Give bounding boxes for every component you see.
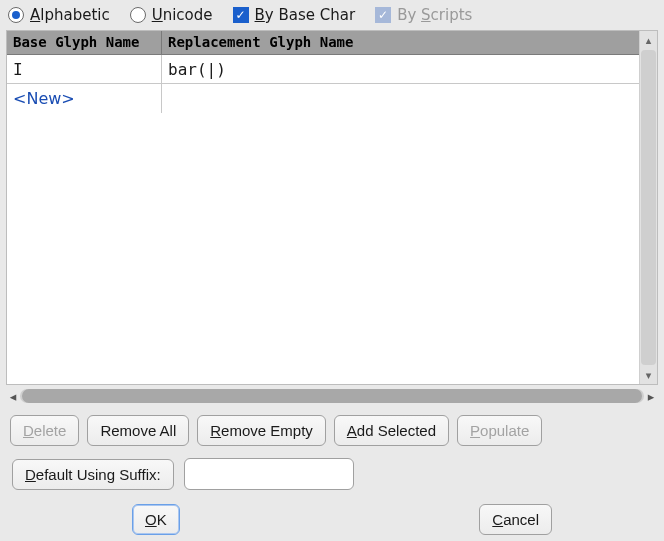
suffix-input[interactable] bbox=[184, 458, 354, 490]
actions-toolbar: Delete Remove All Remove Empty Add Selec… bbox=[0, 405, 664, 446]
cell-base-glyph[interactable]: I bbox=[7, 55, 162, 83]
table-row-new[interactable]: <New> bbox=[7, 84, 639, 113]
scroll-down-icon[interactable]: ▾ bbox=[640, 366, 657, 384]
scroll-thumb[interactable] bbox=[22, 389, 642, 403]
add-selected-button[interactable]: Add Selected bbox=[334, 415, 449, 446]
header-replacement-glyph[interactable]: Replacement Glyph Name bbox=[162, 31, 639, 54]
radio-icon bbox=[130, 7, 146, 23]
header-base-glyph[interactable]: Base Glyph Name bbox=[7, 31, 162, 54]
checkbox-by-scripts-label: By Scripts bbox=[397, 6, 472, 24]
radio-unicode-label: Unicode bbox=[152, 6, 213, 24]
remove-empty-button[interactable]: Remove Empty bbox=[197, 415, 326, 446]
radio-alphabetic-label: Alphabetic bbox=[30, 6, 110, 24]
vertical-scrollbar[interactable]: ▴ ▾ bbox=[639, 31, 657, 384]
checkbox-icon: ✓ bbox=[233, 7, 249, 23]
scroll-up-icon[interactable]: ▴ bbox=[640, 31, 657, 49]
cell-replacement-glyph[interactable]: bar(|) bbox=[162, 55, 639, 83]
horizontal-scrollbar[interactable]: ◂ ▸ bbox=[6, 387, 658, 405]
table-rows: I bar(|) <New> bbox=[7, 55, 639, 384]
remove-all-button[interactable]: Remove All bbox=[87, 415, 189, 446]
scroll-right-icon[interactable]: ▸ bbox=[644, 389, 658, 404]
cancel-button[interactable]: Cancel bbox=[479, 504, 552, 535]
scroll-left-icon[interactable]: ◂ bbox=[6, 389, 20, 404]
scroll-track[interactable] bbox=[20, 389, 644, 403]
dialog-buttons: OK Cancel bbox=[0, 490, 664, 535]
delete-button: Delete bbox=[10, 415, 79, 446]
radio-icon bbox=[8, 7, 24, 23]
ok-button[interactable]: OK bbox=[132, 504, 180, 535]
checkbox-icon: ✓ bbox=[375, 7, 391, 23]
suffix-row: Default Using Suffix: bbox=[0, 446, 664, 490]
table-headers: Base Glyph Name Replacement Glyph Name bbox=[7, 31, 639, 55]
checkbox-by-base-char[interactable]: ✓ By Base Char bbox=[233, 6, 356, 24]
glyph-table: Base Glyph Name Replacement Glyph Name I… bbox=[6, 30, 658, 385]
checkbox-by-base-char-label: By Base Char bbox=[255, 6, 356, 24]
checkbox-by-scripts: ✓ By Scripts bbox=[375, 6, 472, 24]
radio-unicode[interactable]: Unicode bbox=[130, 6, 213, 24]
radio-alphabetic[interactable]: Alphabetic bbox=[8, 6, 110, 24]
scroll-thumb[interactable] bbox=[641, 50, 656, 365]
cell-new-label[interactable]: <New> bbox=[7, 84, 162, 113]
default-using-suffix-button[interactable]: Default Using Suffix: bbox=[12, 459, 174, 490]
populate-button: Populate bbox=[457, 415, 542, 446]
sort-options-row: Alphabetic Unicode ✓ By Base Char ✓ By S… bbox=[0, 0, 664, 30]
table-row[interactable]: I bar(|) bbox=[7, 55, 639, 84]
glyph-table-body: Base Glyph Name Replacement Glyph Name I… bbox=[7, 31, 639, 384]
cell-new-empty[interactable] bbox=[162, 84, 639, 113]
